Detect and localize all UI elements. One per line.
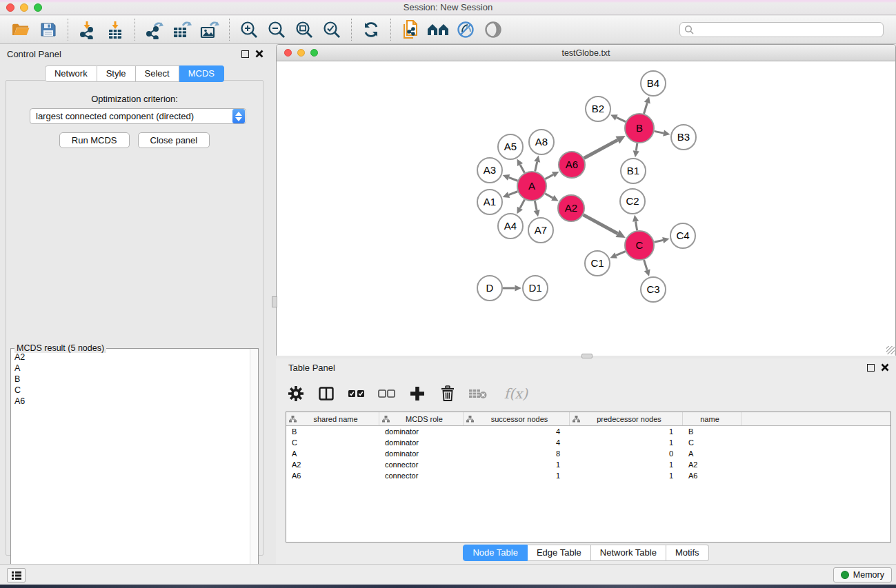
optimization-criterion-dropdown[interactable]: largest connected component (directed) <box>30 108 246 124</box>
graph-edge-A-A8[interactable] <box>535 162 537 172</box>
columns-icon <box>318 385 335 402</box>
tab-motifs[interactable]: Motifs <box>666 545 709 561</box>
table-float-icon[interactable] <box>867 364 875 372</box>
function-builder-button[interactable]: f(x) <box>498 382 534 405</box>
mcds-result-list[interactable]: A2ABCA6 <box>12 352 249 581</box>
zoom-in-button[interactable] <box>235 17 263 42</box>
window-resize-grip[interactable] <box>886 346 895 354</box>
save-session-button[interactable] <box>34 17 62 42</box>
toolbar-separator <box>390 19 391 41</box>
graph-edge-A-A4[interactable] <box>520 199 525 208</box>
zoom-selected-button[interactable] <box>318 17 346 42</box>
column-header-label: MCDS role <box>390 415 463 423</box>
column-header-predecessor-nodes[interactable]: predecessor nodes <box>570 412 683 425</box>
search-field[interactable] <box>679 22 884 37</box>
graph-edge-A-A5[interactable] <box>520 165 524 173</box>
zoom-fit-button[interactable] <box>290 17 318 42</box>
graph-edge-A-A2[interactable] <box>545 194 552 198</box>
network-view-window: testGlobe.txt B4B2BB3A8A5A6A3B1AA1C2A2A4… <box>276 44 896 356</box>
add-column-button[interactable] <box>407 382 428 405</box>
table-row[interactable]: Cdominator41C <box>286 437 890 448</box>
table-settings-button[interactable] <box>286 382 306 405</box>
graph-edge-C-C2[interactable] <box>636 221 637 230</box>
import-network-button[interactable] <box>74 17 101 42</box>
graph-edge-A-A7[interactable] <box>535 201 537 211</box>
memory-button[interactable]: Memory <box>833 567 892 582</box>
network-graph[interactable]: B4B2BB3A8A5A6A3B1AA1C2A2A4A7C4CC1DD1C3 <box>277 61 895 356</box>
result-item[interactable]: A <box>14 363 249 374</box>
tab-mcds[interactable]: MCDS <box>179 65 224 82</box>
export-network-button[interactable] <box>141 17 168 42</box>
table-row[interactable]: A2connector11A2 <box>286 459 890 470</box>
graph-edge-B-B1[interactable] <box>636 143 637 151</box>
vertical-split-handle[interactable] <box>272 296 277 307</box>
arrowhead-icon <box>534 210 540 216</box>
result-item[interactable]: C <box>14 385 249 396</box>
column-header-successor-nodes[interactable]: successor nodes <box>464 412 570 425</box>
tab-select[interactable]: Select <box>136 65 179 82</box>
table-cell: C <box>683 438 741 447</box>
table-close-icon[interactable] <box>881 363 889 372</box>
result-item[interactable]: B <box>14 374 249 385</box>
tab-network-table[interactable]: Network Table <box>591 545 666 561</box>
table-row[interactable]: Bdominator41B <box>286 426 890 437</box>
result-scrollbar[interactable] <box>250 349 258 582</box>
show-columns-button[interactable] <box>316 382 337 405</box>
graph-edge-B-B3[interactable] <box>655 131 664 133</box>
search-input[interactable] <box>697 25 879 34</box>
arrowhead-icon <box>644 97 650 103</box>
close-panel-icon[interactable] <box>255 50 263 58</box>
result-item[interactable]: A2 <box>14 352 249 363</box>
float-panel-icon[interactable] <box>241 50 249 58</box>
horizontal-split-handle[interactable] <box>581 354 593 358</box>
new-network-from-selection-button[interactable] <box>397 17 424 42</box>
open-session-button[interactable] <box>7 17 34 42</box>
column-header-MCDS-role[interactable]: MCDS role <box>379 412 464 425</box>
select-all-button[interactable] <box>346 382 367 405</box>
graph-edge-A-A3[interactable] <box>509 177 518 181</box>
home-button[interactable] <box>424 17 452 42</box>
result-item[interactable]: A6 <box>14 396 249 407</box>
deselect-all-button[interactable] <box>377 382 397 405</box>
run-mcds-button[interactable]: Run MCDS <box>59 132 130 148</box>
import-table-button[interactable] <box>101 17 129 42</box>
export-table-button[interactable] <box>168 17 196 42</box>
column-header-label: predecessor nodes <box>580 415 682 423</box>
arrowhead-icon <box>515 285 522 291</box>
graph-edge-B-B2[interactable] <box>617 117 626 121</box>
main-toolbar <box>0 16 896 44</box>
graph-edge-C-C1[interactable] <box>616 252 626 256</box>
export-image-button[interactable] <box>196 17 223 42</box>
graph-edge-C-C3[interactable] <box>644 260 648 270</box>
table-row[interactable]: A6connector11A6 <box>286 470 890 481</box>
close-panel-button[interactable]: Close panel <box>138 132 210 148</box>
graph-edge-C-C4[interactable] <box>654 240 663 242</box>
column-header-shared-name[interactable]: shared name <box>286 412 379 425</box>
graph-edge-A2-C[interactable] <box>584 215 618 234</box>
refresh-button[interactable] <box>357 17 385 42</box>
table-row[interactable]: Adominator80A <box>286 448 890 459</box>
graph-node-label: B1 <box>627 165 639 176</box>
delete-table-button[interactable] <box>468 382 488 405</box>
tab-network[interactable]: Network <box>45 65 97 82</box>
graph-node-label: A4 <box>504 220 517 232</box>
graph-edge-A-A6[interactable] <box>545 174 553 179</box>
task-history-button[interactable] <box>7 568 26 582</box>
network-canvas[interactable]: B4B2BB3A8A5A6A3B1AA1C2A2A4A7C4CC1DD1C3 <box>277 61 895 356</box>
graph-edge-A6-B[interactable] <box>584 140 618 158</box>
table-panel-tabs: Node TableEdge TableNetwork TableMotifs <box>276 545 896 561</box>
table-cell: 1 <box>570 460 683 469</box>
column-header-name[interactable]: name <box>683 412 741 425</box>
graph-edge-A-A1[interactable] <box>509 192 518 195</box>
graph-edge-B-B4[interactable] <box>644 103 647 114</box>
hide-graphics-details-button[interactable] <box>452 17 479 42</box>
network-window-titlebar[interactable]: testGlobe.txt <box>277 45 895 61</box>
node-table[interactable]: shared nameMCDS rolesuccessor nodesprede… <box>286 412 891 543</box>
show-hide-panels-button[interactable] <box>479 17 507 42</box>
zoom-out-button[interactable] <box>263 17 290 42</box>
tab-node-table[interactable]: Node Table <box>463 545 528 561</box>
arrowhead-icon <box>633 150 639 157</box>
tab-style[interactable]: Style <box>97 65 136 82</box>
delete-column-button[interactable] <box>437 382 458 405</box>
tab-edge-table[interactable]: Edge Table <box>528 545 591 561</box>
